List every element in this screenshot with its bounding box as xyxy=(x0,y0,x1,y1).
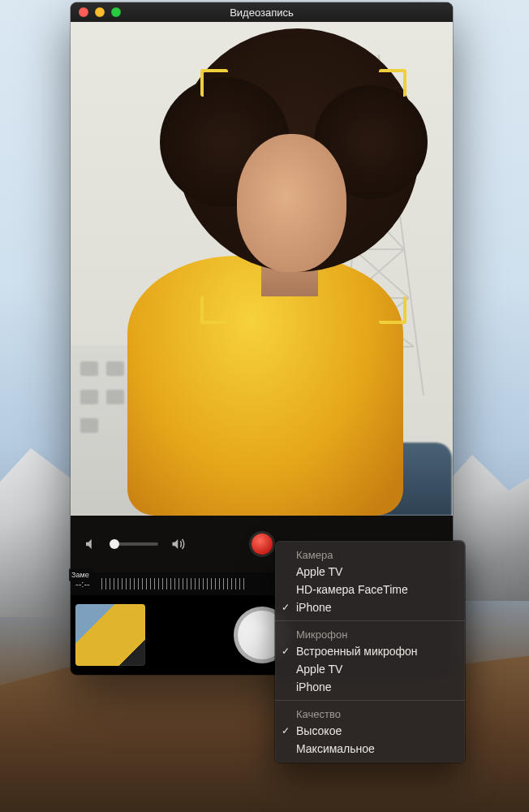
check-icon: ✓ xyxy=(282,646,290,657)
check-icon: ✓ xyxy=(282,602,290,613)
menu-item-camera-facetime[interactable]: ✓ HD-камера FaceTime xyxy=(275,581,465,598)
audio-level-meter xyxy=(101,578,247,590)
menu-section-quality: Качество xyxy=(275,705,465,722)
overlay-tag: Заме xyxy=(69,568,93,581)
close-button[interactable] xyxy=(79,7,88,17)
titlebar[interactable]: Видеозапись xyxy=(71,2,453,22)
menu-section-camera: Камера xyxy=(275,546,465,563)
menu-item-mic-iphone[interactable]: ✓ iPhone xyxy=(275,678,465,696)
camera-viewport xyxy=(71,22,453,516)
focus-bracket-icon xyxy=(379,69,406,97)
focus-bracket-icon xyxy=(200,296,228,324)
menu-section-microphone: Микрофон xyxy=(275,625,465,642)
volume-slider[interactable] xyxy=(110,542,158,546)
menu-separator xyxy=(275,700,465,701)
mirror-thumbnail[interactable] xyxy=(75,604,145,666)
menu-item-quality-high[interactable]: ✓ Высокое xyxy=(275,722,465,740)
photo-face xyxy=(237,134,346,272)
window-controls xyxy=(71,7,121,17)
menu-separator xyxy=(275,620,465,621)
menu-item-mic-appletv[interactable]: ✓ Apple TV xyxy=(275,660,465,678)
menu-item-camera-iphone[interactable]: ✓ iPhone xyxy=(275,598,465,616)
menu-item-mic-builtin[interactable]: ✓ Встроенный микрофон xyxy=(275,642,465,660)
menu-item-camera-appletv[interactable]: ✓ Apple TV xyxy=(275,563,465,581)
focus-bracket-icon xyxy=(379,296,406,324)
check-icon: ✓ xyxy=(282,725,290,736)
menu-item-quality-max[interactable]: ✓ Максимальное xyxy=(275,740,465,758)
slider-thumb[interactable] xyxy=(110,539,119,549)
recording-options-menu: Камера ✓ Apple TV ✓ HD-камера FaceTime ✓… xyxy=(275,541,465,762)
minimize-button[interactable] xyxy=(95,7,105,17)
volume-low-icon xyxy=(84,537,98,551)
record-button[interactable] xyxy=(252,533,273,555)
focus-bracket-icon xyxy=(200,69,228,97)
zoom-button[interactable] xyxy=(111,7,121,17)
volume-high-icon xyxy=(170,537,187,551)
